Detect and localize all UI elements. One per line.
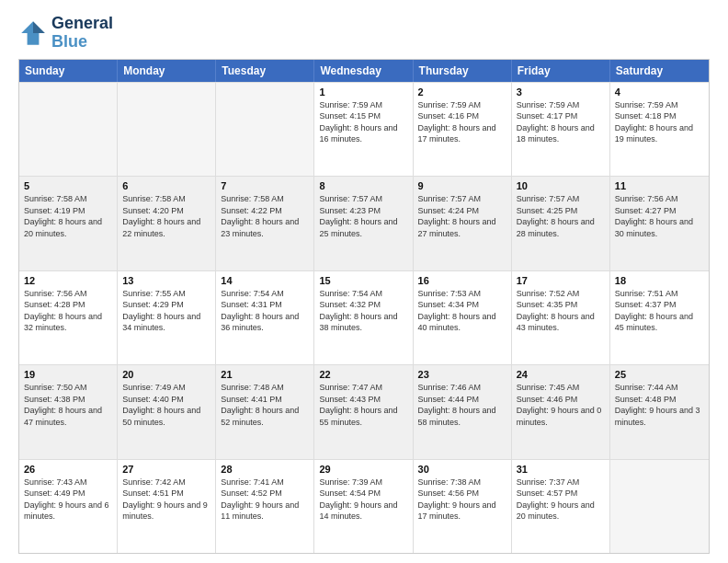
day-number: 2 (418, 86, 506, 98)
calendar-cell: 19Sunrise: 7:50 AM Sunset: 4:38 PM Dayli… (19, 365, 118, 458)
cell-content: Sunrise: 7:57 AM Sunset: 4:24 PM Dayligh… (418, 193, 506, 239)
day-number: 20 (122, 369, 210, 380)
day-number: 4 (615, 86, 704, 98)
calendar-cell: 27Sunrise: 7:42 AM Sunset: 4:51 PM Dayli… (118, 460, 216, 553)
day-number: 23 (418, 369, 506, 380)
day-number: 15 (319, 275, 407, 286)
day-number: 1 (319, 86, 407, 98)
calendar-cell: 24Sunrise: 7:45 AM Sunset: 4:46 PM Dayli… (512, 365, 610, 458)
day-number: 16 (418, 275, 506, 286)
day-number: 24 (517, 369, 605, 380)
calendar-row: 5Sunrise: 7:58 AM Sunset: 4:19 PM Daylig… (19, 176, 709, 270)
cell-content: Sunrise: 7:48 AM Sunset: 4:41 PM Dayligh… (221, 382, 309, 428)
cell-content: Sunrise: 7:50 AM Sunset: 4:38 PM Dayligh… (24, 382, 112, 428)
calendar-cell: 31Sunrise: 7:37 AM Sunset: 4:57 PM Dayli… (512, 460, 610, 553)
day-number: 31 (517, 464, 605, 475)
day-number: 21 (221, 369, 309, 380)
calendar-row: 19Sunrise: 7:50 AM Sunset: 4:38 PM Dayli… (19, 364, 709, 458)
cell-content: Sunrise: 7:58 AM Sunset: 4:22 PM Dayligh… (221, 193, 309, 239)
calendar-cell: 15Sunrise: 7:54 AM Sunset: 4:32 PM Dayli… (314, 271, 413, 364)
cell-content: Sunrise: 7:55 AM Sunset: 4:29 PM Dayligh… (122, 288, 210, 334)
calendar-cell: 29Sunrise: 7:39 AM Sunset: 4:54 PM Dayli… (314, 460, 413, 553)
cell-content: Sunrise: 7:56 AM Sunset: 4:27 PM Dayligh… (615, 193, 704, 239)
calendar-cell: 30Sunrise: 7:38 AM Sunset: 4:56 PM Dayli… (414, 460, 512, 553)
cell-content: Sunrise: 7:43 AM Sunset: 4:49 PM Dayligh… (24, 477, 112, 523)
cell-content: Sunrise: 7:52 AM Sunset: 4:35 PM Dayligh… (517, 288, 605, 334)
cell-content: Sunrise: 7:54 AM Sunset: 4:31 PM Dayligh… (221, 288, 309, 334)
cell-content: Sunrise: 7:42 AM Sunset: 4:51 PM Dayligh… (122, 477, 210, 523)
day-number: 22 (319, 369, 407, 380)
calendar-header-cell: Saturday (610, 60, 709, 82)
calendar-header-cell: Sunday (19, 60, 118, 82)
day-number: 13 (122, 275, 210, 286)
calendar-cell: 5Sunrise: 7:58 AM Sunset: 4:19 PM Daylig… (19, 177, 118, 270)
calendar-cell: 1Sunrise: 7:59 AM Sunset: 4:15 PM Daylig… (314, 83, 413, 176)
calendar: SundayMondayTuesdayWednesdayThursdayFrid… (18, 59, 710, 554)
calendar-cell: 12Sunrise: 7:56 AM Sunset: 4:28 PM Dayli… (19, 271, 118, 364)
cell-content: Sunrise: 7:53 AM Sunset: 4:34 PM Dayligh… (418, 288, 506, 334)
calendar-cell: 10Sunrise: 7:57 AM Sunset: 4:25 PM Dayli… (512, 177, 610, 270)
calendar-cell: 2Sunrise: 7:59 AM Sunset: 4:16 PM Daylig… (414, 83, 512, 176)
calendar-cell: 14Sunrise: 7:54 AM Sunset: 4:31 PM Dayli… (216, 271, 314, 364)
day-number: 7 (221, 180, 309, 191)
cell-content: Sunrise: 7:46 AM Sunset: 4:44 PM Dayligh… (418, 382, 506, 428)
calendar-header-row: SundayMondayTuesdayWednesdayThursdayFrid… (19, 60, 709, 82)
logo: General Blue (18, 15, 113, 52)
page: General Blue SundayMondayTuesdayWednesda… (0, 0, 728, 563)
calendar-header-cell: Monday (118, 60, 216, 82)
calendar-cell: 4Sunrise: 7:59 AM Sunset: 4:18 PM Daylig… (610, 83, 709, 176)
cell-content: Sunrise: 7:57 AM Sunset: 4:23 PM Dayligh… (319, 193, 407, 239)
cell-content: Sunrise: 7:59 AM Sunset: 4:16 PM Dayligh… (418, 99, 506, 145)
day-number: 26 (24, 464, 112, 475)
calendar-cell: 22Sunrise: 7:47 AM Sunset: 4:43 PM Dayli… (314, 365, 413, 458)
day-number: 27 (122, 464, 210, 475)
cell-content: Sunrise: 7:45 AM Sunset: 4:46 PM Dayligh… (517, 382, 605, 428)
calendar-cell: 17Sunrise: 7:52 AM Sunset: 4:35 PM Dayli… (512, 271, 610, 364)
day-number: 19 (24, 369, 112, 380)
day-number: 17 (517, 275, 605, 286)
cell-content: Sunrise: 7:41 AM Sunset: 4:52 PM Dayligh… (221, 477, 309, 523)
day-number: 11 (615, 180, 704, 191)
calendar-cell: 21Sunrise: 7:48 AM Sunset: 4:41 PM Dayli… (216, 365, 314, 458)
calendar-cell (118, 83, 216, 176)
calendar-cell: 6Sunrise: 7:58 AM Sunset: 4:20 PM Daylig… (118, 177, 216, 270)
calendar-cell: 7Sunrise: 7:58 AM Sunset: 4:22 PM Daylig… (216, 177, 314, 270)
logo-text: General Blue (51, 15, 113, 52)
calendar-cell: 25Sunrise: 7:44 AM Sunset: 4:48 PM Dayli… (610, 365, 709, 458)
calendar-cell: 18Sunrise: 7:51 AM Sunset: 4:37 PM Dayli… (610, 271, 709, 364)
day-number: 8 (319, 180, 407, 191)
day-number: 6 (122, 180, 210, 191)
day-number: 5 (24, 180, 112, 191)
day-number: 10 (517, 180, 605, 191)
cell-content: Sunrise: 7:59 AM Sunset: 4:18 PM Dayligh… (615, 99, 704, 145)
cell-content: Sunrise: 7:39 AM Sunset: 4:54 PM Dayligh… (319, 477, 407, 523)
calendar-row: 1Sunrise: 7:59 AM Sunset: 4:15 PM Daylig… (19, 82, 709, 176)
calendar-header-cell: Wednesday (314, 60, 413, 82)
day-number: 14 (221, 275, 309, 286)
day-number: 3 (517, 86, 605, 98)
day-number: 28 (221, 464, 309, 475)
svg-marker-1 (33, 21, 45, 33)
day-number: 30 (418, 464, 506, 475)
cell-content: Sunrise: 7:59 AM Sunset: 4:17 PM Dayligh… (517, 99, 605, 145)
cell-content: Sunrise: 7:56 AM Sunset: 4:28 PM Dayligh… (24, 288, 112, 334)
cell-content: Sunrise: 7:58 AM Sunset: 4:19 PM Dayligh… (24, 193, 112, 239)
calendar-cell: 23Sunrise: 7:46 AM Sunset: 4:44 PM Dayli… (414, 365, 512, 458)
calendar-body: 1Sunrise: 7:59 AM Sunset: 4:15 PM Daylig… (19, 82, 709, 553)
calendar-cell: 9Sunrise: 7:57 AM Sunset: 4:24 PM Daylig… (414, 177, 512, 270)
calendar-cell: 28Sunrise: 7:41 AM Sunset: 4:52 PM Dayli… (216, 460, 314, 553)
calendar-cell: 20Sunrise: 7:49 AM Sunset: 4:40 PM Dayli… (118, 365, 216, 458)
calendar-cell (216, 83, 314, 176)
cell-content: Sunrise: 7:44 AM Sunset: 4:48 PM Dayligh… (615, 382, 704, 428)
calendar-cell: 11Sunrise: 7:56 AM Sunset: 4:27 PM Dayli… (610, 177, 709, 270)
calendar-cell: 16Sunrise: 7:53 AM Sunset: 4:34 PM Dayli… (414, 271, 512, 364)
calendar-cell: 8Sunrise: 7:57 AM Sunset: 4:23 PM Daylig… (314, 177, 413, 270)
cell-content: Sunrise: 7:58 AM Sunset: 4:20 PM Dayligh… (122, 193, 210, 239)
calendar-header-cell: Friday (512, 60, 610, 82)
day-number: 18 (615, 275, 704, 286)
calendar-cell: 26Sunrise: 7:43 AM Sunset: 4:49 PM Dayli… (19, 460, 118, 553)
cell-content: Sunrise: 7:37 AM Sunset: 4:57 PM Dayligh… (517, 477, 605, 523)
calendar-row: 26Sunrise: 7:43 AM Sunset: 4:49 PM Dayli… (19, 459, 709, 553)
day-number: 29 (319, 464, 407, 475)
cell-content: Sunrise: 7:51 AM Sunset: 4:37 PM Dayligh… (615, 288, 704, 334)
